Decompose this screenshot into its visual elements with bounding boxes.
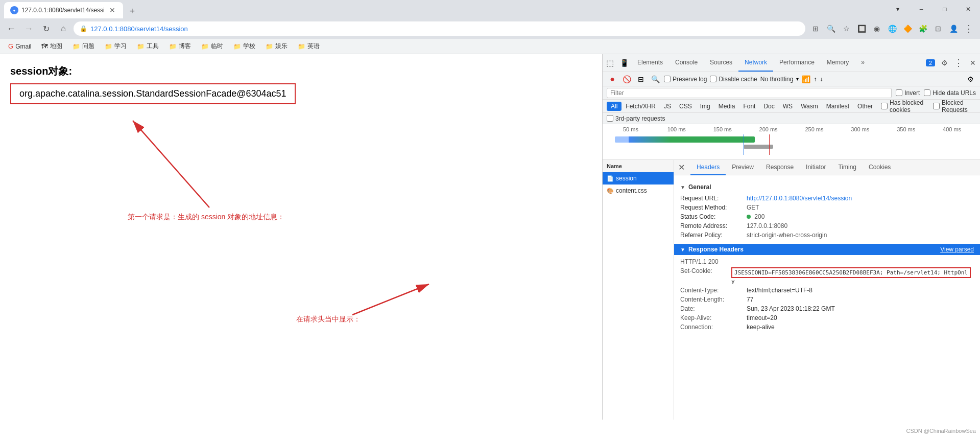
forward-button[interactable]: → <box>21 21 36 36</box>
throttle-dropdown-icon[interactable]: ▾ <box>796 76 799 82</box>
devtools-inspect-icon[interactable]: ⬚ <box>603 56 617 70</box>
response-headers-section-bar: ▼ Response Headers View parsed <box>674 244 980 255</box>
hide-data-urls-checkbox[interactable] <box>924 89 930 96</box>
tab-network[interactable]: Network <box>738 54 773 72</box>
devtools-settings-icon[interactable]: ⚙ <box>937 56 951 70</box>
devtools-device-icon[interactable]: 📱 <box>617 56 631 70</box>
clear-button[interactable]: 🚫 <box>621 74 632 85</box>
wifi-icon: 📶 <box>802 75 810 83</box>
user-avatar[interactable]: 👤 <box>946 21 961 36</box>
bookmark-wenti[interactable]: 📁 问题 <box>68 41 99 52</box>
detail-tab-preview[interactable]: Preview <box>726 160 760 175</box>
invert-checkbox[interactable] <box>896 89 902 96</box>
extension3-icon[interactable]: 🔶 <box>900 21 915 36</box>
console-errors-badge[interactable]: 2 <box>926 59 935 66</box>
new-tab-button[interactable]: + <box>125 4 139 18</box>
type-doc[interactable]: Doc <box>759 102 778 111</box>
tab-search-icon[interactable]: 🔲 <box>854 21 869 36</box>
third-party-checkbox[interactable] <box>607 115 613 122</box>
network-settings-icon[interactable]: ⚙ <box>965 74 976 85</box>
bookmark-english[interactable]: 📁 英语 <box>294 41 324 52</box>
filter-toggle-button[interactable]: ⊟ <box>635 74 647 85</box>
tab-close-icon[interactable]: ✕ <box>108 6 117 15</box>
filter-input[interactable] <box>607 88 892 98</box>
preserve-log-checkbox[interactable] <box>664 76 671 82</box>
tab-sources[interactable]: Sources <box>704 54 738 72</box>
tab-elements[interactable]: Elements <box>631 54 669 72</box>
devtools-more-icon[interactable]: » <box>855 54 871 72</box>
view-parsed-button[interactable]: View parsed <box>940 246 974 253</box>
menu-button[interactable]: ⋮ <box>962 21 976 36</box>
close-button[interactable]: ✕ <box>957 0 980 18</box>
down-arrow-icon[interactable]: ▾ <box>886 0 910 18</box>
detail-tab-headers[interactable]: Headers <box>690 160 726 175</box>
home-button[interactable]: ⌂ <box>56 21 70 36</box>
preserve-log-checkbox-label[interactable]: Preserve log <box>664 76 707 83</box>
detail-tab-cookies[interactable]: Cookies <box>863 160 897 175</box>
type-media[interactable]: Media <box>714 102 739 111</box>
extension2-icon[interactable]: 🌐 <box>885 21 899 36</box>
detail-tab-timing[interactable]: Timing <box>832 160 863 175</box>
third-party-checkbox-label[interactable]: 3rd-party requests <box>607 115 665 122</box>
extension1-icon[interactable]: ◉ <box>870 21 884 36</box>
bookmark-maps[interactable]: 🗺 地图 <box>37 41 66 52</box>
bookmark-school[interactable]: 📁 学校 <box>229 41 259 52</box>
extensions-icon[interactable]: ⊞ <box>808 21 823 36</box>
bookmark-tools[interactable]: 📁 工具 <box>133 41 163 52</box>
profile-icon[interactable]: 🔍 <box>824 21 838 36</box>
sidebar-toggle-icon[interactable]: ⊡ <box>931 21 945 36</box>
active-tab[interactable]: ● 127.0.0.1:8080/servlet14/sessi ✕ <box>4 2 123 18</box>
puzzle-icon[interactable]: 🧩 <box>916 21 930 36</box>
type-fetch-xhr[interactable]: Fetch/XHR <box>622 102 660 111</box>
detail-tab-response[interactable]: Response <box>760 160 800 175</box>
tab-console[interactable]: Console <box>669 54 704 72</box>
detail-tab-initiator[interactable]: Initiator <box>800 160 832 175</box>
response-headers-header[interactable]: ▼ Response Headers <box>680 246 744 253</box>
bookmark-gmail[interactable]: G Gmail <box>4 41 35 51</box>
back-button[interactable]: ← <box>4 21 18 36</box>
type-wasm[interactable]: Wasm <box>797 102 822 111</box>
bookmark-linshi[interactable]: 📁 临时 <box>197 41 227 52</box>
type-ws[interactable]: WS <box>779 102 797 111</box>
maximize-button[interactable]: □ <box>933 0 957 18</box>
reload-button[interactable]: ↻ <box>39 21 53 36</box>
type-font[interactable]: Font <box>739 102 759 111</box>
type-img[interactable]: Img <box>696 102 714 111</box>
general-section-header[interactable]: ▼ General <box>680 183 974 191</box>
type-js[interactable]: JS <box>660 102 675 111</box>
invert-checkbox-label[interactable]: Invert <box>896 89 920 97</box>
minimize-button[interactable]: – <box>910 0 933 18</box>
type-all[interactable]: All <box>607 102 622 111</box>
tab-performance[interactable]: Performance <box>773 54 821 72</box>
search-button[interactable]: 🔍 <box>650 74 661 85</box>
record-button[interactable]: ● <box>607 74 618 85</box>
bookmark-icon[interactable]: ☆ <box>839 21 853 36</box>
general-triangle-icon: ▼ <box>680 185 685 190</box>
disable-cache-checkbox[interactable] <box>710 76 716 82</box>
tab-memory[interactable]: Memory <box>821 54 855 72</box>
svg-line-3 <box>352 284 429 315</box>
blocked-requests-checkbox[interactable] <box>933 103 940 109</box>
request-item-css[interactable]: 🎨 content.css <box>603 185 674 197</box>
detail-close-btn[interactable]: ✕ <box>674 160 688 175</box>
type-manifest[interactable]: Manifest <box>822 102 853 111</box>
has-blocked-cookies-checkbox[interactable] <box>881 103 888 109</box>
has-blocked-cookies-label[interactable]: Has blocked cookies <box>881 100 929 113</box>
bookmark-xuexi[interactable]: 📁 学习 <box>101 41 131 52</box>
address-icons: ⊞ 🔍 ☆ 🔲 ◉ 🌐 🔶 🧩 ⊡ 👤 ⋮ <box>808 21 976 36</box>
hide-data-urls-checkbox-label[interactable]: Hide data URLs <box>924 89 976 97</box>
disable-cache-checkbox-label[interactable]: Disable cache <box>710 76 757 83</box>
referrer-policy-row: Referrer Policy: strict-origin-when-cros… <box>680 230 974 240</box>
request-item-session[interactable]: 📄 session <box>603 172 674 185</box>
type-css[interactable]: CSS <box>675 102 696 111</box>
devtools-close-icon[interactable]: ✕ <box>966 56 980 70</box>
request-method-val: GET <box>747 204 974 211</box>
blocked-requests-label[interactable]: Blocked Requests <box>933 100 976 113</box>
url-bar[interactable]: 🔒 127.0.0.1:8080/servlet14/session <box>74 21 805 36</box>
bookmark-yule[interactable]: 📁 娱乐 <box>261 41 292 52</box>
date-key: Date: <box>680 305 747 312</box>
type-other[interactable]: Other <box>853 102 877 111</box>
devtools-menu-icon[interactable]: ⋮ <box>951 56 966 70</box>
network-content: Name 📄 session 🎨 content.css ✕ Headers P… <box>603 160 980 420</box>
bookmark-blog[interactable]: 📁 博客 <box>165 41 195 52</box>
